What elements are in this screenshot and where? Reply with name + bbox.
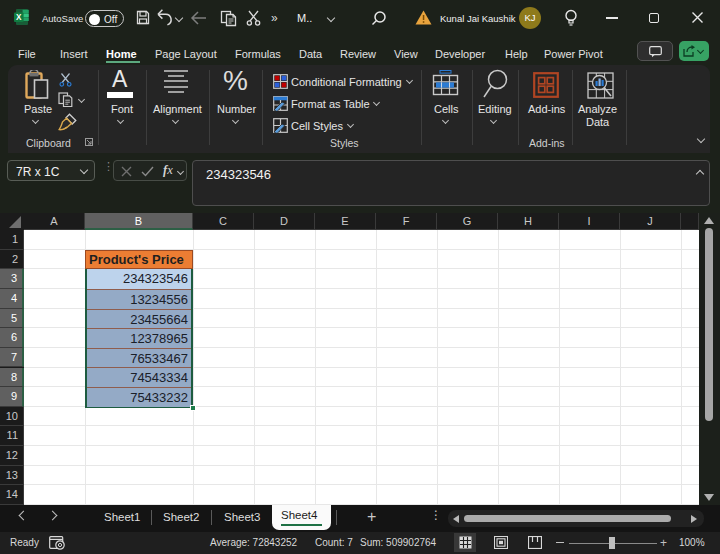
svg-text:X: X: [16, 13, 22, 22]
